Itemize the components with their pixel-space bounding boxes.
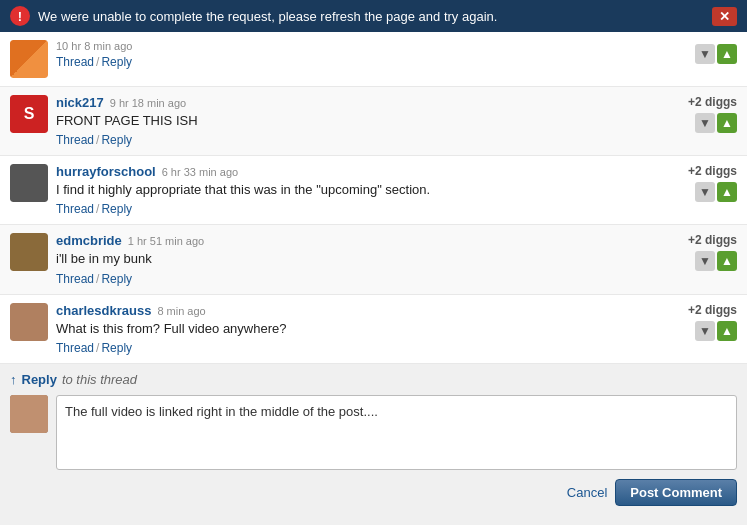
- digg-section: +2 diggs ▼ ▲: [688, 233, 737, 271]
- reply-user-avatar: [10, 395, 48, 433]
- comment-meta: nick217 9 hr 18 min ago: [56, 95, 678, 110]
- reply-link[interactable]: Reply: [101, 272, 132, 286]
- comment-body: 10 hr 8 min ago Thread / Reply: [56, 40, 685, 69]
- username[interactable]: nick217: [56, 95, 104, 110]
- error-banner: ! We were unable to complete the request…: [0, 0, 747, 32]
- comment-meta: charlesdkrauss 8 min ago: [56, 303, 678, 318]
- digg-count: +2 diggs: [688, 164, 737, 178]
- username[interactable]: charlesdkrauss: [56, 303, 151, 318]
- avatar: [10, 40, 48, 78]
- reply-input-area: Cancel Post Comment: [56, 395, 737, 506]
- username[interactable]: hurrayforschool: [56, 164, 156, 179]
- comment-text: i'll be in my bunk: [56, 250, 678, 268]
- post-comment-button[interactable]: Post Comment: [615, 479, 737, 506]
- error-close-button[interactable]: ✕: [712, 7, 737, 26]
- bury-button[interactable]: ▼: [695, 44, 715, 64]
- digg-button[interactable]: ▲: [717, 182, 737, 202]
- avatar: [10, 233, 48, 271]
- thread-link[interactable]: Thread: [56, 341, 94, 355]
- comment-row: hurrayforschool 6 hr 33 min ago I find i…: [0, 156, 747, 225]
- digg-section: +2 diggs ▼ ▲: [688, 95, 737, 133]
- reply-link[interactable]: Reply: [101, 202, 132, 216]
- comment-actions: Thread / Reply: [56, 272, 678, 286]
- time-ago: 10 hr 8 min ago: [56, 40, 132, 52]
- reply-link[interactable]: Reply: [101, 55, 132, 69]
- avatar: S: [10, 95, 48, 133]
- reply-section: ↑ Reply to this thread Cancel Post Comme…: [0, 364, 747, 514]
- digg-section: +2 diggs ▼ ▲: [688, 303, 737, 341]
- time-ago: 8 min ago: [157, 305, 205, 317]
- cancel-button[interactable]: Cancel: [567, 479, 607, 506]
- comment-actions: Thread / Reply: [56, 55, 685, 69]
- digg-section: ▼ ▲: [695, 40, 737, 64]
- comment-text: I find it highly appropriate that this w…: [56, 181, 678, 199]
- comment-actions: Thread / Reply: [56, 341, 678, 355]
- thread-link[interactable]: Thread: [56, 55, 94, 69]
- comment-row: 10 hr 8 min ago Thread / Reply ▼ ▲: [0, 32, 747, 87]
- comment-text: FRONT PAGE THIS ISH: [56, 112, 678, 130]
- digg-buttons: ▼ ▲: [695, 251, 737, 271]
- time-ago: 9 hr 18 min ago: [110, 97, 186, 109]
- reply-to-thread-link[interactable]: Reply: [22, 372, 57, 387]
- digg-button[interactable]: ▲: [717, 251, 737, 271]
- digg-section: +2 diggs ▼ ▲: [688, 164, 737, 202]
- reply-arrow-icon: ↑: [10, 372, 17, 387]
- username[interactable]: edmcbride: [56, 233, 122, 248]
- thread-link[interactable]: Thread: [56, 272, 94, 286]
- digg-count: +2 diggs: [688, 95, 737, 109]
- reply-textarea[interactable]: [56, 395, 737, 470]
- comment-body: nick217 9 hr 18 min ago FRONT PAGE THIS …: [56, 95, 678, 147]
- digg-buttons: ▼ ▲: [695, 182, 737, 202]
- comment-row: S nick217 9 hr 18 min ago FRONT PAGE THI…: [0, 87, 747, 156]
- comment-body: hurrayforschool 6 hr 33 min ago I find i…: [56, 164, 678, 216]
- comment-meta: hurrayforschool 6 hr 33 min ago: [56, 164, 678, 179]
- digg-count: +2 diggs: [688, 303, 737, 317]
- comment-meta: 10 hr 8 min ago: [56, 40, 685, 52]
- reply-header: ↑ Reply to this thread: [10, 372, 737, 387]
- digg-button[interactable]: ▲: [717, 321, 737, 341]
- bury-button[interactable]: ▼: [695, 113, 715, 133]
- bury-button[interactable]: ▼: [695, 251, 715, 271]
- digg-buttons: ▼ ▲: [695, 113, 737, 133]
- bury-button[interactable]: ▼: [695, 182, 715, 202]
- time-ago: 6 hr 33 min ago: [162, 166, 238, 178]
- reply-buttons: Cancel Post Comment: [56, 479, 737, 506]
- reply-link[interactable]: Reply: [101, 133, 132, 147]
- comment-actions: Thread / Reply: [56, 202, 678, 216]
- comments-list: 10 hr 8 min ago Thread / Reply ▼ ▲ S nic…: [0, 32, 747, 364]
- digg-count: +2 diggs: [688, 233, 737, 247]
- digg-buttons: ▼ ▲: [695, 44, 737, 64]
- reply-link[interactable]: Reply: [101, 341, 132, 355]
- thread-link[interactable]: Thread: [56, 202, 94, 216]
- avatar: [10, 303, 48, 341]
- comment-body: charlesdkrauss 8 min ago What is this fr…: [56, 303, 678, 355]
- digg-buttons: ▼ ▲: [695, 321, 737, 341]
- comment-body: edmcbride 1 hr 51 min ago i'll be in my …: [56, 233, 678, 285]
- comment-text: What is this from? Full video anywhere?: [56, 320, 678, 338]
- reply-form: Cancel Post Comment: [10, 395, 737, 506]
- error-message: We were unable to complete the request, …: [38, 9, 704, 24]
- avatar: [10, 164, 48, 202]
- digg-button[interactable]: ▲: [717, 113, 737, 133]
- time-ago: 1 hr 51 min ago: [128, 235, 204, 247]
- error-icon: !: [10, 6, 30, 26]
- comment-row: charlesdkrauss 8 min ago What is this fr…: [0, 295, 747, 364]
- comment-actions: Thread / Reply: [56, 133, 678, 147]
- comment-row: edmcbride 1 hr 51 min ago i'll be in my …: [0, 225, 747, 294]
- reply-context: to this thread: [62, 372, 137, 387]
- bury-button[interactable]: ▼: [695, 321, 715, 341]
- digg-button[interactable]: ▲: [717, 44, 737, 64]
- thread-link[interactable]: Thread: [56, 133, 94, 147]
- comment-meta: edmcbride 1 hr 51 min ago: [56, 233, 678, 248]
